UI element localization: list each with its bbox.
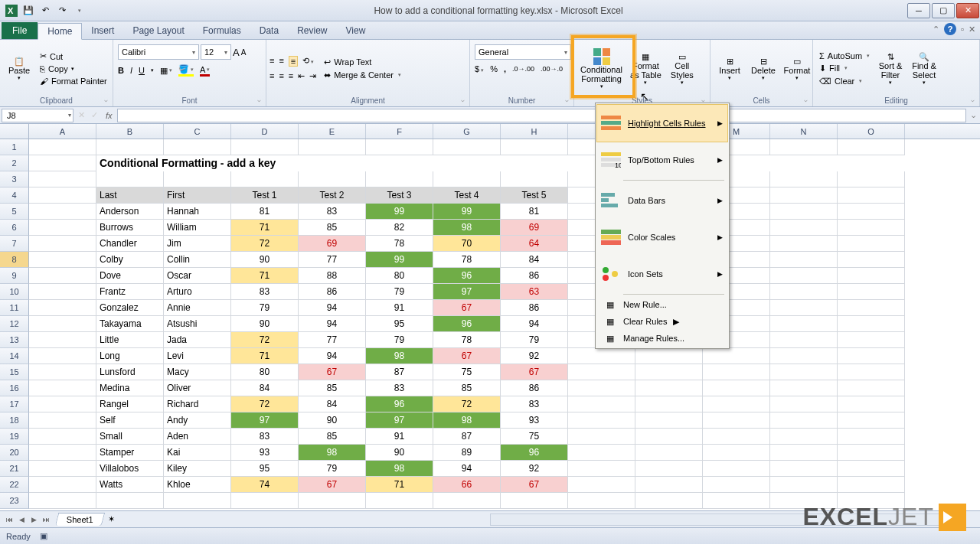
cell[interactable] [838,380,905,396]
cell[interactable] [703,380,770,396]
cell[interactable] [838,252,905,268]
cell[interactable]: William [164,220,231,236]
cell[interactable] [770,348,838,364]
cell[interactable]: 99 [433,204,501,220]
cell[interactable]: 86 [501,300,568,316]
cell[interactable] [568,477,635,493]
cancel-icon[interactable]: ✕ [75,110,88,120]
cell[interactable]: Kiley [164,461,231,477]
row-header[interactable]: 13 [0,332,29,348]
col-header-G[interactable]: G [433,124,501,139]
align-center-icon[interactable]: ≡ [279,71,283,81]
cell[interactable] [96,493,164,509]
undo-icon[interactable]: ↶ [38,4,52,18]
cell[interactable] [838,171,905,187]
border-icon[interactable]: ▦ [160,66,172,76]
cell[interactable]: 80 [231,364,299,380]
cell[interactable]: 93 [231,445,299,461]
cell[interactable] [770,332,838,348]
cell[interactable] [29,252,96,268]
increase-decimal-icon[interactable]: .0→.00 [512,65,534,73]
italic-button[interactable]: I [130,66,132,75]
cell[interactable]: Jim [164,236,231,252]
col-header-B[interactable]: B [96,124,164,139]
cell[interactable] [568,493,635,509]
tab-view[interactable]: View [337,22,375,39]
cell[interactable]: 95 [366,316,433,332]
cell[interactable]: Villalobos [96,461,164,477]
cell[interactable]: 84 [299,396,366,412]
decrease-indent-icon[interactable]: ⇤ [298,71,305,81]
cell[interactable]: 72 [231,396,299,412]
cell[interactable]: Stamper [96,445,164,461]
cell[interactable]: 97 [433,284,501,300]
cell[interactable] [299,139,366,155]
format-painter-button[interactable]: 🖌Format Painter [37,76,110,86]
col-header-E[interactable]: E [299,124,366,139]
cell[interactable] [770,396,838,412]
cell[interactable]: 79 [366,332,433,348]
tab-home[interactable]: Home [38,23,82,40]
cell[interactable]: 69 [299,236,366,252]
cell[interactable] [568,380,635,396]
cell[interactable]: 63 [501,284,568,300]
cell[interactable]: 91 [366,300,433,316]
cell[interactable] [838,396,905,412]
col-header-O[interactable]: O [838,124,905,139]
wrap-text-button[interactable]: ↩Wrap Text [321,57,404,68]
cell[interactable]: Burrows [96,220,164,236]
cell[interactable] [770,220,838,236]
cell[interactable]: 79 [501,332,568,348]
cell[interactable]: Arturo [164,284,231,300]
cell[interactable] [29,187,96,204]
cell[interactable] [29,477,96,493]
cell[interactable] [770,268,838,284]
cell[interactable] [770,171,838,187]
cell[interactable]: Rangel [96,396,164,412]
col-header-C[interactable]: C [164,124,231,139]
cell[interactable]: 69 [501,220,568,236]
row-header[interactable]: 17 [0,396,29,412]
cell[interactable] [568,461,635,477]
save-icon[interactable]: 💾 [21,4,35,18]
cell[interactable] [568,396,635,412]
cell[interactable] [770,380,838,396]
cell[interactable] [29,316,96,332]
cell[interactable]: 85 [299,380,366,396]
col-header-D[interactable]: D [231,124,299,139]
cell[interactable]: 71 [231,220,299,236]
cell[interactable]: Takayama [96,316,164,332]
cell[interactable]: 82 [366,220,433,236]
cell[interactable] [29,204,96,220]
cell[interactable]: 78 [366,236,433,252]
cell[interactable]: 64 [501,236,568,252]
cell[interactable]: 86 [299,284,366,300]
cell[interactable]: Annie [164,300,231,316]
cell[interactable]: Frantz [96,284,164,300]
align-middle-icon[interactable]: ≡ [279,56,283,67]
cell[interactable]: 80 [366,268,433,284]
cell[interactable] [29,493,96,509]
row-header[interactable]: 16 [0,380,29,396]
cell[interactable]: 75 [501,429,568,445]
cell[interactable] [838,445,905,461]
cell[interactable]: 85 [299,220,366,236]
cell[interactable]: 72 [433,396,501,412]
cell[interactable]: Test 3 [366,187,433,204]
cell[interactable] [635,364,703,380]
tab-formulas[interactable]: Formulas [194,22,250,39]
cell[interactable] [568,445,635,461]
cell[interactable]: 90 [231,252,299,268]
cell[interactable]: Gonzalez [96,300,164,316]
col-header-N[interactable]: N [770,124,838,139]
cell[interactable] [29,236,96,252]
row-header[interactable]: 9 [0,268,29,284]
new-sheet-icon[interactable]: ✶ [108,514,115,524]
cell[interactable]: 94 [299,348,366,364]
cell[interactable] [433,493,501,509]
cell[interactable] [770,236,838,252]
cf-data-bars[interactable]: Data Bars▶ [597,182,727,219]
cell[interactable] [164,171,231,187]
name-box[interactable]: J8▾ [2,109,74,122]
help-icon[interactable]: ? [944,23,956,35]
